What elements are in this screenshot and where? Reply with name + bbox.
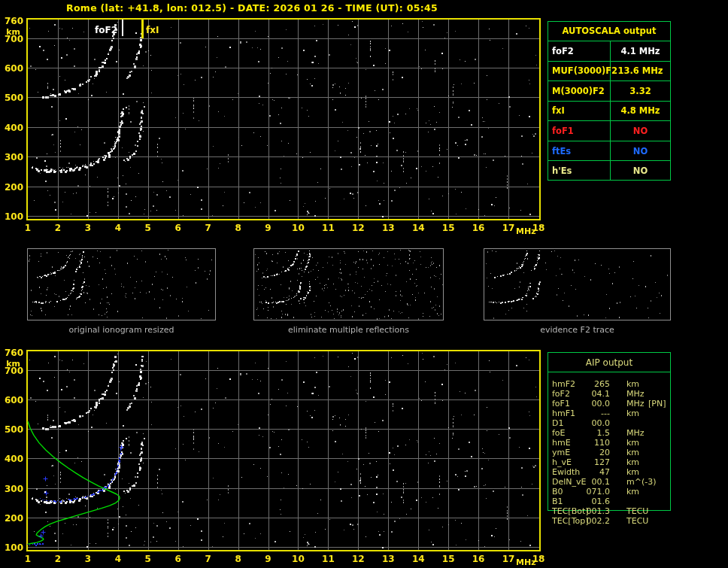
aip-param-unit: TECU bbox=[626, 506, 648, 516]
x-tick-label: 15 bbox=[439, 223, 457, 233]
x-tick-label: 9 bbox=[259, 554, 278, 564]
aip-param-unit: MHz bbox=[626, 399, 645, 409]
param-label: h'Es bbox=[548, 161, 611, 181]
aip-param-value: 002.2 bbox=[569, 516, 610, 526]
aip-row: hmF1---km bbox=[548, 409, 672, 418]
table-row: fxI4.8 MHz bbox=[548, 101, 670, 121]
aip-param-value: 04.1 bbox=[569, 389, 610, 399]
aip-param-unit: km bbox=[626, 487, 639, 497]
aip-param-unit: km bbox=[626, 457, 639, 467]
param-label: ftEs bbox=[548, 141, 611, 161]
table-row: foF24.1 MHz bbox=[548, 41, 670, 61]
aip-row: B0071.0km bbox=[548, 487, 672, 496]
aip-param-value: 47 bbox=[569, 467, 610, 477]
aip-param-label: B0 bbox=[552, 487, 563, 497]
y-tick-label: 760 bbox=[1, 348, 23, 358]
table-row: ftEsNO bbox=[548, 141, 670, 161]
aip-row: D100.0 bbox=[548, 418, 672, 427]
param-label: fxI bbox=[548, 102, 611, 121]
x-tick-label: 6 bbox=[169, 554, 187, 564]
param-value: 13.6 MHz bbox=[611, 62, 670, 81]
x-tick-label: 1 bbox=[19, 554, 37, 564]
autoscala-ionogram-screen: Rome (lat: +41.8, lon: 012.5) - DATE: 20… bbox=[0, 0, 728, 568]
thumbnail-caption: eliminate multiple reflections bbox=[253, 325, 444, 335]
x-tick-label: 17 bbox=[499, 554, 517, 564]
aip-param-value: 1.5 bbox=[569, 428, 610, 438]
aip-row: Ewidth47km bbox=[548, 467, 672, 476]
y-axis-unit-label: km bbox=[1, 27, 20, 37]
aip-param-value: --- bbox=[569, 409, 610, 418]
aip-row: foF100.0MHz[PN] bbox=[548, 399, 672, 408]
aip-row: hmE110km bbox=[548, 438, 672, 447]
aip-param-unit: TECU bbox=[626, 516, 648, 526]
y-tick-label: 200 bbox=[1, 182, 23, 193]
aip-row: B101.6 bbox=[548, 497, 672, 506]
y-tick-label: 760 bbox=[1, 16, 23, 26]
aip-param-label: hmE bbox=[552, 438, 571, 448]
param-value: NO bbox=[611, 141, 670, 161]
table-row: MUF(3000)F213.6 MHz bbox=[548, 61, 670, 81]
fof2-marker-label: foF2 bbox=[87, 25, 117, 35]
x-tick-label: 4 bbox=[109, 223, 127, 233]
x-tick-label: 16 bbox=[469, 223, 487, 233]
param-value: NO bbox=[611, 121, 670, 141]
param-value: NO bbox=[611, 161, 670, 181]
aip-param-unit: MHz bbox=[626, 389, 645, 399]
x-tick-label: 2 bbox=[49, 223, 67, 233]
x-axis-unit-label: MHz bbox=[516, 226, 536, 236]
aip-param-unit: km bbox=[626, 467, 639, 477]
aip-param-value: 00.0 bbox=[569, 399, 610, 409]
aip-param-value: 00.1 bbox=[569, 477, 610, 487]
thumbnail-caption: original ionogram resized bbox=[27, 325, 216, 335]
x-tick-label: 3 bbox=[79, 554, 97, 564]
x-tick-label: 11 bbox=[319, 223, 337, 233]
x-tick-label: 4 bbox=[109, 554, 127, 564]
x-tick-label: 15 bbox=[439, 554, 457, 564]
aip-row: TEC[Top]002.2TECU bbox=[548, 516, 672, 525]
aip-param-label: foF2 bbox=[552, 389, 570, 399]
aip-output-panel: AIP output hmF2265kmfoF204.1MHzfoF100.0M… bbox=[548, 352, 671, 511]
param-label: MUF(3000)F2 bbox=[548, 62, 611, 81]
x-tick-label: 7 bbox=[199, 223, 217, 233]
aip-param-note: [PN] bbox=[648, 399, 666, 409]
aip-param-label: D1 bbox=[552, 418, 563, 428]
x-tick-label: 6 bbox=[169, 223, 187, 233]
table-row: M(3000)F23.32 bbox=[548, 80, 670, 101]
table-row: foF1NO bbox=[548, 120, 670, 141]
aip-param-unit: km bbox=[626, 448, 639, 457]
aip-param-unit: km bbox=[626, 438, 639, 448]
x-tick-label: 10 bbox=[289, 554, 307, 564]
aip-param-unit: MHz bbox=[626, 428, 645, 438]
aip-row: foF204.1MHz bbox=[548, 389, 672, 398]
x-tick-label: 12 bbox=[349, 223, 367, 233]
aip-row: h_vE127km bbox=[548, 457, 672, 466]
aip-param-unit: km bbox=[626, 379, 639, 389]
y-tick-label: 100 bbox=[1, 542, 23, 553]
aip-param-value: 00.0 bbox=[569, 418, 610, 428]
param-value: 3.32 bbox=[611, 81, 670, 101]
fxi-marker-label: fxI bbox=[146, 25, 159, 35]
aip-param-value: 01.6 bbox=[569, 497, 610, 506]
x-tick-label: 14 bbox=[409, 554, 427, 564]
x-tick-label: 14 bbox=[409, 223, 427, 233]
x-tick-label: 16 bbox=[469, 554, 487, 564]
y-tick-label: 600 bbox=[1, 63, 23, 74]
aip-param-value: 071.0 bbox=[569, 487, 610, 497]
x-tick-label: 1 bbox=[19, 223, 37, 233]
autoscala-panel-title: AUTOSCALA output bbox=[548, 22, 670, 41]
x-tick-label: 2 bbox=[49, 554, 67, 564]
x-tick-label: 11 bbox=[319, 554, 337, 564]
aip-row: ymE20km bbox=[548, 448, 672, 457]
aip-param-label: foE bbox=[552, 428, 566, 438]
param-label: foF2 bbox=[548, 41, 611, 61]
y-tick-label: 300 bbox=[1, 484, 23, 494]
x-tick-label: 5 bbox=[139, 554, 157, 564]
table-row: h'EsNO bbox=[548, 160, 670, 181]
y-tick-label: 600 bbox=[1, 395, 23, 405]
x-tick-label: 5 bbox=[139, 223, 157, 233]
autoscala-rows: foF24.1 MHzMUF(3000)F213.6 MHzM(3000)F23… bbox=[548, 41, 670, 181]
y-tick-label: 400 bbox=[1, 454, 23, 464]
x-axis-unit-label: MHz bbox=[516, 557, 536, 567]
aip-param-value: 20 bbox=[569, 448, 610, 457]
y-tick-label: 500 bbox=[1, 93, 23, 103]
